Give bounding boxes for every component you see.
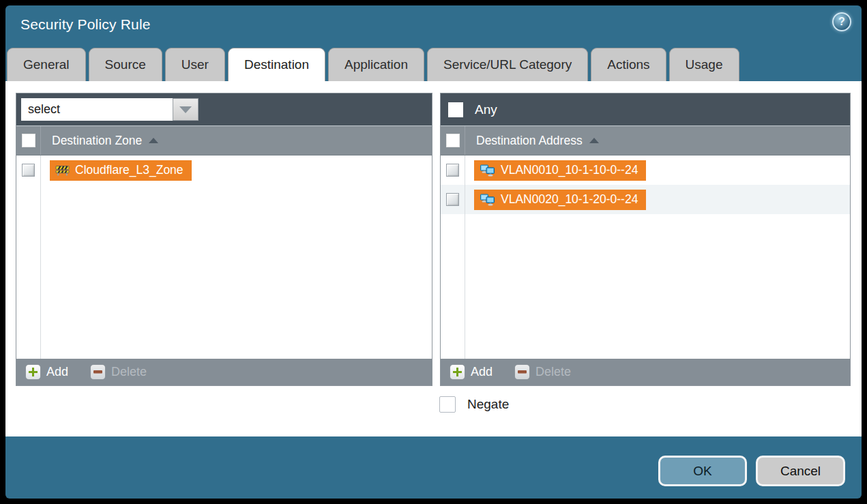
zone-select-all-cell xyxy=(16,126,41,155)
zone-filter-input[interactable] xyxy=(21,98,173,121)
delete-address-label: Delete xyxy=(535,365,571,379)
negate-checkbox[interactable] xyxy=(439,396,456,413)
negate-label: Negate xyxy=(467,397,509,412)
negate-control: Negate xyxy=(439,396,509,413)
address-select-all-checkbox[interactable] xyxy=(446,134,460,147)
tab-usage[interactable]: Usage xyxy=(669,48,739,81)
zone-row[interactable]: Cloudflare_L3_Zone xyxy=(16,155,432,185)
tab-source[interactable]: Source xyxy=(89,48,162,81)
address-column-header[interactable]: Destination Address xyxy=(476,134,583,148)
zone-icon xyxy=(55,164,70,176)
ok-button[interactable]: OK xyxy=(658,456,747,486)
tab-bar: General Source User Destination Applicat… xyxy=(7,48,739,81)
security-policy-rule-dialog: Security Policy Rule ? General Source Us… xyxy=(5,5,862,499)
address-item-label: VLAN0010_10-1-10-0--24 xyxy=(501,163,638,177)
destination-zone-panel: Destination Zone xyxy=(16,93,432,386)
add-zone-button[interactable]: Add xyxy=(25,364,68,380)
address-item[interactable]: VLAN0020_10-1-20-0--24 xyxy=(474,190,646,210)
sort-asc-icon xyxy=(589,138,599,143)
add-address-button[interactable]: Add xyxy=(450,364,493,380)
address-select-all-cell xyxy=(441,126,465,155)
dialog-title: Security Policy Rule xyxy=(20,16,151,33)
zone-item-label: Cloudflare_L3_Zone xyxy=(75,163,183,177)
add-icon xyxy=(450,364,465,380)
address-row-checkbox[interactable] xyxy=(446,193,459,206)
address-panel-footer: Add Delete xyxy=(441,359,850,385)
address-column-header-row: Destination Address xyxy=(441,125,850,155)
zone-select-all-checkbox[interactable] xyxy=(22,134,35,147)
delete-address-button[interactable]: Delete xyxy=(514,364,571,380)
zone-column-header-row: Destination Zone xyxy=(16,125,432,155)
zone-filter-dropdown-button[interactable] xyxy=(173,98,199,121)
any-address-label: Any xyxy=(475,102,497,117)
address-row[interactable]: VLAN0010_10-1-10-0--24 xyxy=(441,155,850,185)
delete-zone-button[interactable]: Delete xyxy=(90,364,147,380)
address-row[interactable]: VLAN0020_10-1-20-0--24 xyxy=(441,185,850,214)
destination-tab-content: Destination Zone xyxy=(5,81,862,436)
address-panel-header: Any xyxy=(441,93,850,125)
tab-application[interactable]: Application xyxy=(328,48,424,81)
zone-list: Cloudflare_L3_Zone xyxy=(16,155,432,359)
zone-row-checkbox[interactable] xyxy=(22,164,35,177)
delete-icon xyxy=(90,364,106,380)
add-zone-label: Add xyxy=(46,365,68,379)
zone-filter-combobox[interactable] xyxy=(21,98,199,121)
delete-icon xyxy=(514,364,530,380)
destination-address-panel: Any Destination Address xyxy=(440,93,851,386)
address-row-checkbox[interactable] xyxy=(446,164,459,177)
address-row-check-cell xyxy=(441,185,465,214)
tab-actions[interactable]: Actions xyxy=(591,48,666,81)
network-icon xyxy=(480,194,495,206)
sort-asc-icon xyxy=(149,138,158,143)
any-address-checkbox[interactable] xyxy=(448,102,463,117)
add-icon xyxy=(25,364,41,380)
add-address-label: Add xyxy=(471,365,493,379)
address-row-check-cell xyxy=(441,155,465,185)
zone-panel-footer: Add Delete xyxy=(16,359,432,385)
zone-panel-header xyxy=(16,93,432,125)
zone-item[interactable]: Cloudflare_L3_Zone xyxy=(50,160,192,181)
address-item-label: VLAN0020_10-1-20-0--24 xyxy=(501,192,638,207)
tab-user[interactable]: User xyxy=(165,48,225,81)
tab-service-url-category[interactable]: Service/URL Category xyxy=(427,48,588,81)
zone-row-check-cell xyxy=(16,155,40,185)
tab-general[interactable]: General xyxy=(7,48,86,81)
address-list: VLAN0010_10-1-10-0--24 xyxy=(441,155,850,359)
chevron-down-icon xyxy=(179,106,192,113)
delete-zone-label: Delete xyxy=(111,365,147,379)
address-item[interactable]: VLAN0010_10-1-10-0--24 xyxy=(474,160,646,181)
dialog-action-bar: OK Cancel xyxy=(658,456,845,486)
zone-column-header[interactable]: Destination Zone xyxy=(52,134,142,148)
network-icon xyxy=(480,164,495,177)
tab-destination[interactable]: Destination xyxy=(228,48,325,81)
cancel-button[interactable]: Cancel xyxy=(756,456,845,486)
help-icon[interactable]: ? xyxy=(832,12,851,31)
